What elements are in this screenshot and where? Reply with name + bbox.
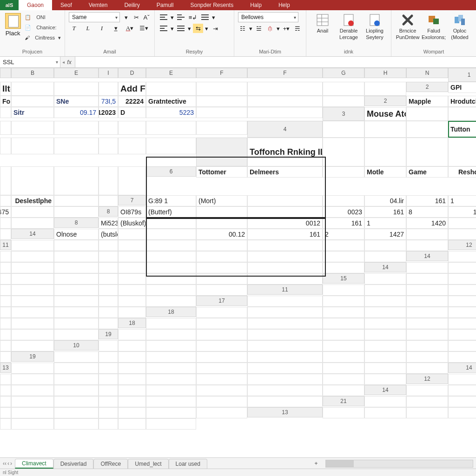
row-header[interactable]: 15: [323, 273, 364, 284]
cell[interactable]: [0, 296, 11, 307]
row-header[interactable]: 2: [364, 96, 406, 106]
row-header[interactable]: 19: [11, 351, 54, 362]
row-header[interactable]: 14: [364, 385, 406, 395]
cell[interactable]: 0023: [323, 206, 364, 218]
cell[interactable]: [196, 363, 247, 374]
cell[interactable]: [0, 262, 11, 273]
cell[interactable]: [54, 273, 99, 284]
cell[interactable]: Delmeers: [247, 166, 323, 178]
cell[interactable]: [323, 138, 364, 166]
cell[interactable]: Tottomer: [196, 166, 247, 178]
cell[interactable]: [196, 82, 247, 96]
name-box[interactable]: SSL: [0, 57, 60, 67]
column-header[interactable]: G: [323, 68, 364, 78]
copy-icon[interactable]: 📄: [25, 25, 31, 30]
cell[interactable]: [11, 218, 54, 229]
cell[interactable]: 161: [364, 206, 406, 218]
cell[interactable]: Tutton: [448, 121, 476, 138]
select-all[interactable]: [0, 68, 11, 78]
horizontal-scrollbar[interactable]: [325, 460, 473, 468]
cell[interactable]: [99, 296, 118, 307]
cell[interactable]: [54, 329, 99, 340]
cell[interactable]: [448, 407, 476, 418]
cell[interactable]: [118, 396, 146, 407]
cell[interactable]: [11, 363, 54, 374]
cell[interactable]: [11, 121, 54, 135]
big-button[interactable]: Anail: [310, 12, 335, 49]
cell[interactable]: [323, 121, 364, 138]
cell[interactable]: Olnose: [54, 229, 99, 240]
worksheet[interactable]: BEIDEFFGHN1Ilten Dal (G702Add ForFiclty2…: [0, 68, 476, 457]
cell[interactable]: [364, 296, 406, 307]
cell[interactable]: [196, 407, 247, 418]
cell[interactable]: [196, 273, 247, 284]
cell[interactable]: SNe: [54, 96, 99, 107]
cell[interactable]: [364, 251, 406, 262]
cell[interactable]: [364, 374, 406, 385]
cell[interactable]: [146, 340, 196, 351]
cell[interactable]: [146, 351, 196, 363]
cell[interactable]: [54, 407, 99, 418]
cell[interactable]: [196, 262, 247, 273]
cell[interactable]: [146, 329, 196, 340]
cell[interactable]: [118, 307, 146, 318]
cell[interactable]: [323, 318, 364, 329]
add-sheet-button[interactable]: +: [310, 458, 323, 469]
formula-input[interactable]: [75, 57, 476, 67]
cell[interactable]: 161: [406, 195, 448, 206]
highlight-icon[interactable]: ⇆: [193, 24, 203, 33]
cell[interactable]: [118, 418, 146, 430]
cut-icon[interactable]: ✂: [132, 13, 140, 21]
cell[interactable]: [323, 82, 364, 96]
cell[interactable]: [196, 251, 247, 262]
cell[interactable]: [247, 340, 323, 351]
cell[interactable]: [247, 262, 323, 273]
column-header[interactable]: B: [11, 68, 54, 78]
cell[interactable]: [118, 340, 146, 351]
cell[interactable]: [247, 96, 323, 107]
cell[interactable]: [247, 240, 323, 251]
cell[interactable]: [196, 385, 247, 396]
cell[interactable]: [146, 273, 196, 284]
row-header[interactable]: 6: [146, 166, 196, 177]
cell[interactable]: [0, 385, 11, 396]
cell[interactable]: [364, 284, 406, 296]
cell[interactable]: Mapple: [406, 96, 448, 107]
cell[interactable]: [11, 206, 54, 218]
cell[interactable]: [54, 195, 99, 206]
cell[interactable]: [99, 273, 118, 284]
cell[interactable]: [118, 262, 146, 273]
cell[interactable]: [99, 82, 118, 96]
cell[interactable]: [448, 396, 476, 407]
sheet-tab[interactable]: OffRece: [93, 459, 128, 469]
cell[interactable]: [11, 296, 54, 307]
cell[interactable]: [364, 363, 406, 374]
cell[interactable]: [146, 363, 196, 374]
cell[interactable]: 161: [247, 229, 323, 240]
ribbon-tab[interactable]: Help: [270, 0, 298, 10]
cell[interactable]: [364, 351, 406, 363]
row-header[interactable]: 13: [0, 363, 11, 373]
cell[interactable]: [323, 374, 364, 385]
fx-icon[interactable]: fx: [66, 59, 73, 66]
cell[interactable]: [99, 251, 118, 262]
cell[interactable]: [54, 138, 99, 154]
cell[interactable]: [99, 396, 118, 407]
cell[interactable]: [11, 262, 54, 273]
cell[interactable]: [0, 251, 11, 262]
cell[interactable]: [406, 329, 448, 340]
cell[interactable]: (Mort): [196, 195, 247, 206]
row-header[interactable]: 8: [54, 218, 99, 228]
row-header[interactable]: 14: [406, 251, 448, 261]
cell[interactable]: [196, 396, 247, 407]
italic-i-button[interactable]: I: [97, 24, 107, 33]
cell[interactable]: [146, 121, 196, 135]
fx-prev-icon[interactable]: ◂: [62, 60, 65, 65]
cell[interactable]: [247, 385, 323, 396]
column-header[interactable]: N: [406, 68, 448, 78]
cell[interactable]: Add ForFiclty: [118, 82, 146, 96]
cell[interactable]: [11, 418, 54, 430]
column-header[interactable]: E: [146, 68, 196, 78]
cell[interactable]: [247, 251, 323, 262]
italic-l-button[interactable]: L: [83, 24, 93, 33]
